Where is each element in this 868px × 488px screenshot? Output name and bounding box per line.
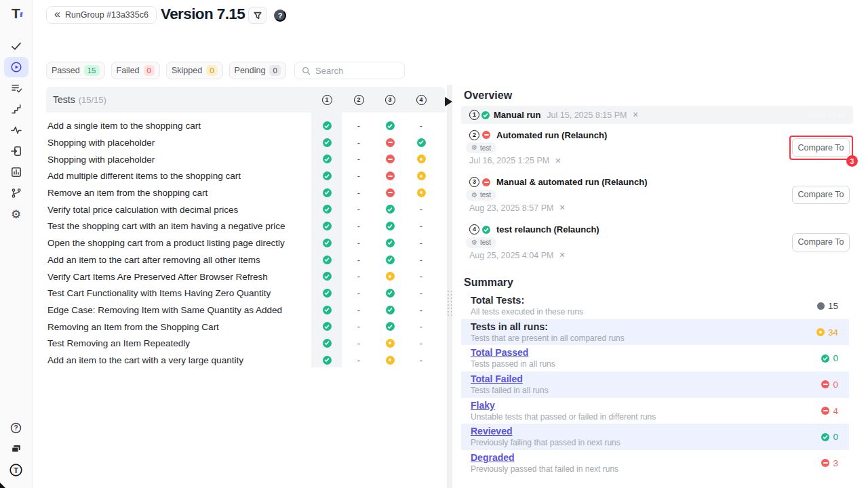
remove-run-icon[interactable]: ✕ (559, 251, 565, 260)
test-row[interactable]: Test Cart Functionality with Items Havin… (46, 285, 445, 302)
test-row[interactable]: Verify Cart Items Are Preserved After Br… (46, 268, 445, 285)
chip-count-badge: 0 (269, 65, 280, 77)
test-row[interactable]: Add an item to the cart after removing a… (46, 251, 445, 268)
test-status-cell (406, 167, 436, 184)
summary-count: 15 (828, 301, 838, 311)
status-none: - (357, 154, 360, 164)
test-status-cell: - (344, 235, 374, 251)
test-row[interactable]: Add multiple different items to the shop… (46, 167, 445, 184)
column-header-3[interactable]: 3 (375, 95, 405, 105)
filter-chip-failed[interactable]: Failed0 (111, 62, 160, 79)
compare-to-button[interactable]: Compare To (792, 233, 850, 251)
test-row[interactable]: Shopping with placeholder- (46, 134, 445, 151)
summary-link[interactable]: Total Passed (471, 347, 528, 358)
sidebar-item-check[interactable] (4, 36, 28, 56)
run-tag[interactable]: ⚙test (466, 142, 496, 153)
sidebar-item-folders[interactable] (4, 439, 28, 459)
panel-divider[interactable] (447, 85, 452, 488)
tests-title: Tests (53, 94, 75, 105)
status-skipped-icon (386, 339, 395, 348)
test-status-cell (375, 167, 405, 184)
summary-link[interactable]: Total Failed (471, 373, 523, 384)
test-row[interactable]: Add a single item to the shopping cart-- (46, 117, 445, 134)
remove-run-icon[interactable]: ✕ (559, 203, 565, 212)
run-tag[interactable]: ⚙test (466, 237, 496, 248)
sidebar-item-pulse[interactable] (4, 120, 28, 140)
filter-chip-skipped[interactable]: Skipped0 (166, 62, 223, 79)
status-passed-icon (386, 256, 395, 264)
rungroup-back-button[interactable]: « RunGroup #13a335c6 (46, 6, 157, 24)
test-status-cell (406, 150, 436, 167)
filter-chip-pending[interactable]: Pending0 (229, 62, 286, 79)
status-passed-icon (323, 121, 332, 130)
status-skipped-icon (417, 155, 426, 163)
svg-text:T: T (14, 466, 18, 474)
run-tag[interactable]: ⚙test (466, 190, 496, 201)
status-passed-icon (323, 222, 332, 230)
import-icon (10, 145, 22, 157)
sidebar-item-play-circle[interactable] (4, 57, 28, 77)
test-row[interactable]: Removing an Item from the Shopping Cart-… (46, 318, 445, 335)
status-passed-icon (386, 205, 395, 214)
summary-count: 0 (833, 353, 838, 363)
run-row-main[interactable]: 1Manual runJul 15, 2025 8:15 PM✕Main Run (461, 106, 853, 124)
help-button[interactable]: ? (274, 9, 286, 22)
sidebar-item-logo-badge[interactable]: T (4, 460, 28, 480)
filter-button[interactable] (248, 7, 267, 24)
test-row[interactable]: Edge Case: Removing Item with Same Quant… (46, 302, 445, 319)
test-row[interactable]: Remove an item from the shopping cart- (46, 184, 445, 201)
test-status-cell: - (344, 302, 374, 319)
panel-collapse-icon[interactable] (445, 97, 452, 106)
test-row[interactable]: Shopping with placeholder- (46, 150, 445, 167)
test-row[interactable]: Open the shopping cart from a product li… (46, 235, 445, 251)
sidebar-item-chart[interactable] (4, 162, 28, 182)
status-none: - (357, 321, 360, 331)
summary-link[interactable]: Degraded (471, 452, 515, 463)
panel-drag-handle[interactable] (448, 291, 452, 316)
status-passed-icon (323, 322, 332, 331)
status-none: - (420, 338, 422, 348)
test-status-cell: - (344, 201, 374, 218)
run-block-3: 3Manual & automated run (Relaunch)⚙testA… (461, 177, 853, 222)
column-header-4[interactable]: 4 (406, 95, 436, 105)
compare-to-button[interactable]: Compare To (792, 186, 850, 204)
summary-value: 0 (821, 371, 838, 398)
sidebar-item-import[interactable] (4, 141, 28, 161)
sidebar-item-branch[interactable] (4, 183, 28, 203)
status-skipped-icon (386, 272, 395, 281)
status-failed-icon (821, 380, 829, 388)
tag-gear-icon: ⚙ (471, 144, 477, 151)
search-input[interactable]: Search (294, 62, 405, 79)
column-header-2[interactable]: 2 (344, 95, 374, 105)
tests-table-rows: Add a single item to the shopping cart--… (46, 113, 445, 368)
test-row[interactable]: Test the shopping cart with an item havi… (46, 218, 445, 235)
summary-row: Total Tests:All tests executed in these … (461, 293, 849, 319)
filter-chip-passed[interactable]: Passed15 (46, 62, 105, 79)
status-none: - (357, 355, 360, 365)
sidebar-item-help[interactable]: ? (4, 418, 28, 438)
logo-tick (20, 12, 23, 17)
summary-row: FlakyUnstable tests that passed or faile… (461, 398, 849, 424)
chip-count-badge: 15 (84, 65, 100, 77)
remove-run-icon[interactable]: ✕ (632, 110, 638, 119)
summary-description: Tests failed in all runs (471, 386, 549, 395)
test-row[interactable]: Test Removing an Item Repeatedly-- (46, 335, 445, 352)
sidebar-item-stairs[interactable] (4, 99, 28, 119)
test-row[interactable]: Verify total price calculation with deci… (46, 201, 445, 218)
sidebar-item-list-check[interactable] (4, 78, 28, 98)
summary-link[interactable]: Revieved (471, 426, 512, 436)
remove-run-icon[interactable]: ✕ (555, 157, 561, 165)
app-logo[interactable]: T (0, 4, 32, 23)
gear-icon: ⚙ (11, 209, 21, 220)
status-skipped-icon (386, 356, 395, 365)
column-header-1[interactable]: 1 (312, 95, 342, 105)
run-name: Manual run (494, 110, 540, 120)
summary-value: 0 (821, 424, 838, 450)
status-none: - (420, 288, 422, 298)
test-name: Open the shopping cart from a product li… (47, 238, 285, 248)
test-row[interactable]: Add an item to the cart with a very larg… (46, 352, 445, 369)
summary-link[interactable]: Flaky (471, 400, 495, 411)
run-date: Jul 15, 2025 8:15 PM (547, 110, 627, 120)
sidebar-item-gear[interactable]: ⚙ (4, 204, 28, 224)
status-passed-icon (481, 111, 490, 119)
